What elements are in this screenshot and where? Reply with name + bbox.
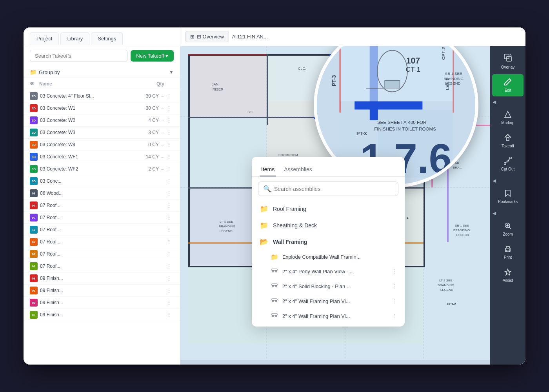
assemblies-search-input[interactable] bbox=[274, 186, 393, 192]
new-takeoff-button[interactable]: New Takeoff ▾ bbox=[131, 50, 174, 62]
row-qty: 30 CY bbox=[127, 105, 159, 111]
expand-left-2-icon[interactable]: ◀ bbox=[490, 177, 498, 185]
more-icon[interactable]: ⋮ bbox=[164, 154, 174, 160]
list-item[interactable]: 2" x 4" Wall Framing Plan Vi... ⋮ bbox=[255, 309, 402, 323]
table-row[interactable]: 10 07 Roof... ⋮ bbox=[24, 224, 180, 236]
closed-folder-icon: 📁 bbox=[260, 221, 268, 230]
more-icon[interactable]: ⋮ bbox=[391, 298, 397, 304]
zoom-tool-button[interactable]: Zoom bbox=[492, 218, 524, 240]
bookmarks-tool-button[interactable]: Bookmarks bbox=[492, 185, 524, 208]
table-row[interactable]: 3D 03 Concrete: W4 0 CY → ⋮ bbox=[24, 139, 180, 151]
chevron-down-icon: ▼ bbox=[169, 69, 174, 75]
row-qty: 3 CY bbox=[127, 130, 159, 135]
more-icon[interactable]: ⋮ bbox=[164, 251, 174, 257]
zoom-label: Zoom bbox=[503, 232, 513, 236]
tab-assemblies[interactable]: Assemblies bbox=[282, 163, 314, 176]
row-name: 07 Roof... bbox=[40, 263, 164, 269]
table-row[interactable]: 06 06 Wood... ⋮ bbox=[24, 187, 180, 200]
table-row[interactable]: 09 09 Finish... ⋮ bbox=[24, 272, 180, 285]
more-icon[interactable]: ⋮ bbox=[164, 117, 174, 123]
row-name: 03 Concrete: W4 bbox=[40, 142, 127, 147]
more-icon[interactable]: ⋮ bbox=[164, 190, 174, 196]
row-qty: 4 CY bbox=[127, 118, 159, 123]
cutout-tool-button[interactable]: Cut Out bbox=[492, 153, 524, 175]
table-row[interactable]: 09 09 Finish... ⋮ bbox=[24, 297, 180, 309]
search-takeoffs-input[interactable] bbox=[30, 50, 127, 62]
edit-tool-button[interactable]: Edit bbox=[492, 74, 524, 96]
svg-text:LT-2 SEE: LT-2 SEE bbox=[439, 279, 453, 282]
expand-left-3-icon[interactable]: ◀ bbox=[490, 209, 498, 217]
overlay-label: Overlay bbox=[501, 65, 514, 69]
more-icon[interactable]: ⋮ bbox=[164, 142, 174, 148]
svg-text:LEGEND: LEGEND bbox=[456, 233, 469, 237]
table-row[interactable]: 07 07 Roof... ⋮ bbox=[24, 260, 180, 272]
more-icon[interactable]: ⋮ bbox=[391, 313, 397, 319]
tab-project[interactable]: Project bbox=[30, 32, 59, 45]
table-row[interactable]: 3D 03 Concrete: W3 3 CY → ⋮ bbox=[24, 127, 180, 139]
svg-text:CPT-2: CPT-2 bbox=[447, 302, 456, 306]
more-icon[interactable]: ⋮ bbox=[164, 202, 174, 209]
more-icon[interactable]: ⋮ bbox=[391, 268, 397, 274]
more-icon[interactable]: ⋮ bbox=[164, 275, 174, 281]
more-icon[interactable]: ⋮ bbox=[164, 166, 174, 172]
table-row[interactable]: 09 09 Finish... ⋮ bbox=[24, 285, 180, 297]
overlay-tool-button[interactable]: Overlay bbox=[492, 49, 524, 73]
more-icon[interactable]: ⋮ bbox=[164, 287, 174, 294]
arrow-icon: → bbox=[160, 118, 164, 123]
assist-tool-button[interactable]: Assist bbox=[492, 264, 524, 287]
takeoff-tool-button[interactable]: Takeoff bbox=[492, 130, 524, 152]
svg-text:ROOMROOM: ROOMROOM bbox=[278, 153, 298, 157]
table-row[interactable]: 07 07 Roof... ⋮ bbox=[24, 248, 180, 260]
table-row[interactable]: 07 07 Roof... ⋮ bbox=[24, 236, 180, 248]
left-panel: Project Library Settings New Takeoff ▾ 📁… bbox=[24, 27, 180, 365]
table-row[interactable]: 3D 03 Conc... ⋮ bbox=[24, 175, 180, 187]
svg-rect-114 bbox=[276, 285, 276, 287]
overview-button[interactable]: ⊞ ⊞ Overview bbox=[185, 31, 229, 42]
table-row[interactable]: 3D 03 Concrete: WF1 14 CY → ⋮ bbox=[24, 151, 180, 163]
list-item[interactable]: 2" x 4" Solid Blocking - Plan ... ⋮ bbox=[255, 279, 402, 294]
sheathing-deck-folder[interactable]: 📁 Sheathing & Deck bbox=[255, 217, 402, 234]
svg-text:SB-1 SEE: SB-1 SEE bbox=[455, 224, 469, 227]
wall-framing-folder[interactable]: 📂 Wall Framing bbox=[255, 234, 402, 250]
list-item[interactable]: 2" x 4" Pony Wall Plan View -... ⋮ bbox=[255, 264, 402, 279]
more-icon[interactable]: ⋮ bbox=[164, 93, 174, 99]
list-item[interactable]: 2" x 4" Wall Framing Plan Vi... ⋮ bbox=[255, 294, 402, 309]
table-row[interactable]: 2D 03 Concrete: 4" Floor Sl... 30 CY → ⋮ bbox=[24, 90, 180, 102]
more-icon[interactable]: ⋮ bbox=[164, 178, 174, 184]
group-by-row[interactable]: 📁 Group by ▼ bbox=[24, 67, 180, 78]
tab-library[interactable]: Library bbox=[60, 32, 89, 45]
tab-items[interactable]: Items bbox=[260, 163, 276, 176]
more-icon[interactable]: ⋮ bbox=[164, 263, 174, 269]
more-icon[interactable]: ⋮ bbox=[164, 129, 174, 136]
markup-tool-button[interactable]: Markup bbox=[492, 107, 524, 129]
more-icon[interactable]: ⋮ bbox=[164, 105, 174, 111]
svg-rect-80 bbox=[385, 80, 400, 88]
more-icon[interactable]: ⋮ bbox=[164, 227, 174, 233]
assist-label: Assist bbox=[503, 278, 513, 283]
list-item[interactable]: 📁 Explode Compatible Wall Framin... bbox=[255, 250, 402, 264]
svg-text:TYP.: TYP. bbox=[247, 111, 253, 113]
row-name: 03 Concrete: W2 bbox=[40, 118, 127, 123]
table-row[interactable]: 07 07 Roof... ⋮ bbox=[24, 200, 180, 212]
more-icon[interactable]: ⋮ bbox=[164, 299, 174, 306]
row-qty: 0 CY bbox=[127, 142, 159, 147]
more-icon[interactable]: ⋮ bbox=[164, 312, 174, 318]
table-row[interactable]: 3D 03 Concrete: WF2 2 CY → ⋮ bbox=[24, 163, 180, 175]
print-tool-button[interactable]: Print bbox=[492, 241, 524, 263]
svg-rect-19 bbox=[267, 54, 268, 125]
table-row[interactable]: 3D 03 Concrete: W2 4 CY → ⋮ bbox=[24, 114, 180, 127]
more-icon[interactable]: ⋮ bbox=[164, 239, 174, 245]
expand-left-icon[interactable]: ◀ bbox=[490, 98, 498, 106]
row-qty: 30 CY bbox=[127, 93, 159, 99]
svg-text:RISER: RISER bbox=[213, 87, 224, 91]
svg-text:107: 107 bbox=[406, 56, 420, 65]
roof-framing-folder[interactable]: 📁 Roof Framing bbox=[255, 201, 402, 217]
table-row[interactable]: 09 09 Finish... ⋮ bbox=[24, 309, 180, 321]
table-row[interactable]: 07 07 Roof... ⋮ bbox=[24, 212, 180, 224]
more-icon[interactable]: ⋮ bbox=[164, 214, 174, 221]
tab-settings[interactable]: Settings bbox=[91, 32, 123, 45]
assembly-piece-icon bbox=[271, 297, 278, 305]
visibility-header: 👁 bbox=[30, 81, 39, 87]
more-icon[interactable]: ⋮ bbox=[391, 283, 397, 289]
table-row[interactable]: 3D 03 Concrete: W1 30 CY → ⋮ bbox=[24, 102, 180, 114]
